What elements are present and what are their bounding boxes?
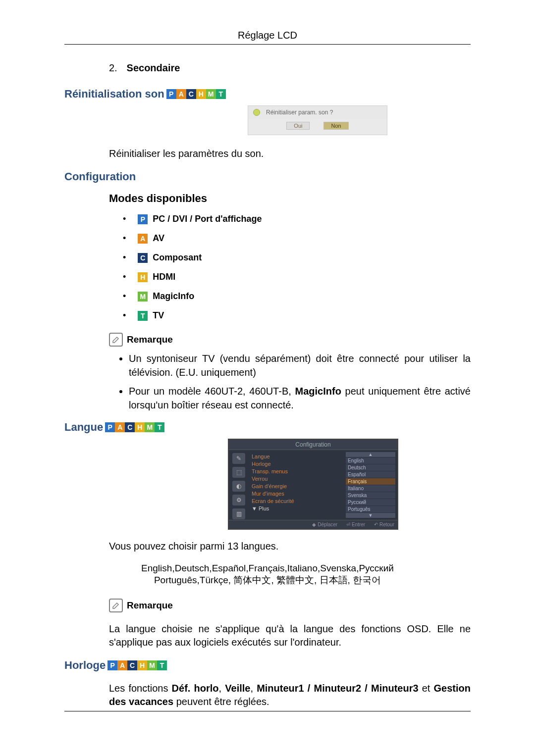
badge-c-icon: C bbox=[125, 422, 135, 432]
popup-yes-button[interactable]: Oui bbox=[286, 122, 310, 130]
osd-lang-option[interactable]: Deutsch bbox=[346, 464, 395, 471]
reinit-description: Réinitialiser les paramètres du son. bbox=[109, 147, 471, 160]
badge-h-icon: H bbox=[138, 272, 148, 282]
osd-menu-item[interactable]: Verrou bbox=[252, 476, 341, 482]
list-label: Secondaire bbox=[127, 62, 180, 73]
horloge-description: Les fonctions Déf. horlo, Veille, Minute… bbox=[109, 682, 471, 708]
badges-row: P A C H M T bbox=[107, 660, 167, 670]
badge-c-icon: C bbox=[186, 89, 196, 99]
note-pencil-icon bbox=[109, 599, 123, 612]
osd-lang-option[interactable]: English bbox=[346, 457, 395, 464]
badge-t-icon: T bbox=[157, 660, 167, 670]
osd-language-options: ▲ English Deutsch Español Français Itali… bbox=[344, 450, 397, 520]
remark-bold: MagicInfo bbox=[295, 386, 341, 397]
text: peuvent être réglées. bbox=[173, 696, 269, 707]
badge-a-icon: A bbox=[138, 234, 148, 244]
langue-description: Vous pouvez choisir parmi 13 langues. bbox=[109, 540, 471, 553]
heading-horloge: Horloge P A C H M T bbox=[64, 659, 471, 672]
osd-menu-item[interactable]: Gain d'énergie bbox=[252, 483, 341, 489]
page-header: Réglage LCD bbox=[64, 30, 471, 41]
mode-item-tv: T TV bbox=[123, 310, 471, 321]
divider-top bbox=[64, 44, 471, 45]
langue-remark-text: La langue choisie ne s'applique qu'à la … bbox=[109, 622, 471, 649]
osd-reset-popup: Réinitialiser param. son ? Oui Non bbox=[248, 105, 387, 135]
osd-icon: ✎ bbox=[232, 453, 245, 464]
osd-icon-column: ✎ ⬚ ◐ ⚙ ▥ bbox=[229, 450, 249, 520]
badge-m-icon: M bbox=[147, 660, 157, 670]
osd-lang-option[interactable]: Español bbox=[346, 471, 395, 478]
osd-menu-more[interactable]: ▼ Plus bbox=[252, 505, 341, 511]
mode-label: PC / DVI / Port d'affichage bbox=[153, 214, 262, 224]
badge-t-icon: T bbox=[138, 311, 148, 321]
osd-lang-option[interactable]: Русский bbox=[346, 499, 395, 505]
osd-menu-item[interactable]: Ecran de sécurité bbox=[252, 498, 341, 504]
osd-hint-move: ◆ Déplacer bbox=[312, 522, 337, 527]
osd-icon: ⚙ bbox=[232, 495, 245, 505]
list-item-secondaire: 2. Secondaire bbox=[109, 62, 471, 74]
bold: Veille bbox=[225, 683, 250, 694]
text: , bbox=[250, 683, 257, 694]
language-list: English,Deutsch,Español,Français,Italian… bbox=[109, 563, 426, 587]
heading-text: Langue bbox=[64, 421, 103, 434]
text: et bbox=[419, 683, 434, 694]
badge-h-icon: H bbox=[137, 660, 147, 670]
divider-bottom bbox=[64, 711, 471, 711]
heading-text: Configuration bbox=[64, 170, 136, 183]
bold: Minuteur1 / Minuteur2 / Minuteur3 bbox=[257, 683, 418, 694]
remark-text: Pour un modèle 460UT-2, 460UT-B, bbox=[129, 386, 295, 397]
osd-lang-option[interactable]: Italiano bbox=[346, 485, 395, 492]
remark-text: Un syntoniseur TV (vendu séparément) doi… bbox=[129, 353, 471, 378]
osd-menu-list: Langue Horloge Transp. menus Verrou Gain… bbox=[249, 450, 344, 520]
osd-footer: ◆ Déplacer ⏎ Entrer ↶ Retour bbox=[229, 520, 397, 529]
mode-item-magicinfo: M MagicInfo bbox=[123, 291, 471, 302]
modes-list: P PC / DVI / Port d'affichage A AV C Com… bbox=[123, 214, 471, 321]
popup-question: Réinitialiser param. son ? bbox=[266, 109, 333, 116]
osd-menu-item[interactable]: Horloge bbox=[252, 461, 341, 467]
osd-menu-item[interactable]: Transp. menus bbox=[252, 468, 341, 474]
popup-no-button[interactable]: Non bbox=[323, 122, 348, 130]
heading-text: Horloge bbox=[64, 659, 106, 672]
remarks-list: Un syntoniseur TV (vendu séparément) doi… bbox=[129, 352, 471, 412]
bold: Déf. horlo bbox=[172, 683, 219, 694]
remark-label: Remarque bbox=[127, 334, 173, 345]
list-number: 2. bbox=[109, 62, 124, 74]
badge-m-icon: M bbox=[138, 292, 148, 302]
text: Les fonctions bbox=[109, 683, 172, 694]
badge-t-icon: T bbox=[155, 422, 164, 432]
badges-row: P A C H M T bbox=[105, 422, 164, 432]
osd-icon: ◐ bbox=[232, 481, 245, 492]
osd-menu-item[interactable]: Langue bbox=[252, 454, 341, 459]
badge-t-icon: T bbox=[216, 89, 226, 99]
language-list-line: Português,Türkçe, 简体中文, 繁體中文, 日本語, 한국어 bbox=[109, 574, 426, 587]
remark-heading: Remarque bbox=[109, 333, 471, 347]
mode-item-composant: C Composant bbox=[123, 252, 471, 263]
osd-icon: ▥ bbox=[232, 508, 245, 519]
badge-h-icon: H bbox=[196, 89, 206, 99]
popup-status-icon bbox=[253, 109, 260, 116]
mode-label: Composant bbox=[153, 252, 202, 263]
badge-c-icon: C bbox=[127, 660, 137, 670]
remark-heading: Remarque bbox=[109, 599, 471, 612]
scroll-up-icon[interactable]: ▲ bbox=[346, 452, 395, 457]
osd-hint-enter: ⏎ Entrer bbox=[346, 522, 365, 527]
note-pencil-icon bbox=[109, 333, 123, 347]
badge-m-icon: M bbox=[145, 422, 155, 432]
heading-langue: Langue P A C H M T bbox=[64, 421, 471, 434]
scroll-down-icon[interactable]: ▼ bbox=[346, 513, 395, 518]
badge-a-icon: A bbox=[115, 422, 125, 432]
osd-lang-option[interactable]: Svenska bbox=[346, 492, 395, 499]
osd-lang-option-selected[interactable]: Français bbox=[346, 478, 395, 485]
osd-lang-option[interactable]: Português bbox=[346, 506, 395, 512]
badges-row: P A C H M T bbox=[166, 89, 226, 99]
heading-reinit-son: Réinitialisation son P A C H M T bbox=[64, 88, 471, 101]
osd-menu-item[interactable]: Mur d'images bbox=[252, 491, 341, 497]
mode-item-av: A AV bbox=[123, 233, 471, 244]
osd-config-screenshot: Configuration ✎ ⬚ ◐ ⚙ ▥ Langue Horloge T… bbox=[228, 439, 398, 530]
badge-p-icon: P bbox=[107, 660, 117, 670]
heading-modes-disponibles: Modes disponibles bbox=[109, 192, 471, 205]
osd-hint-back: ↶ Retour bbox=[374, 522, 394, 527]
badge-h-icon: H bbox=[135, 422, 145, 432]
language-list-line: English,Deutsch,Español,Français,Italian… bbox=[109, 563, 426, 574]
badge-c-icon: C bbox=[138, 253, 148, 263]
mode-label: TV bbox=[153, 310, 164, 321]
